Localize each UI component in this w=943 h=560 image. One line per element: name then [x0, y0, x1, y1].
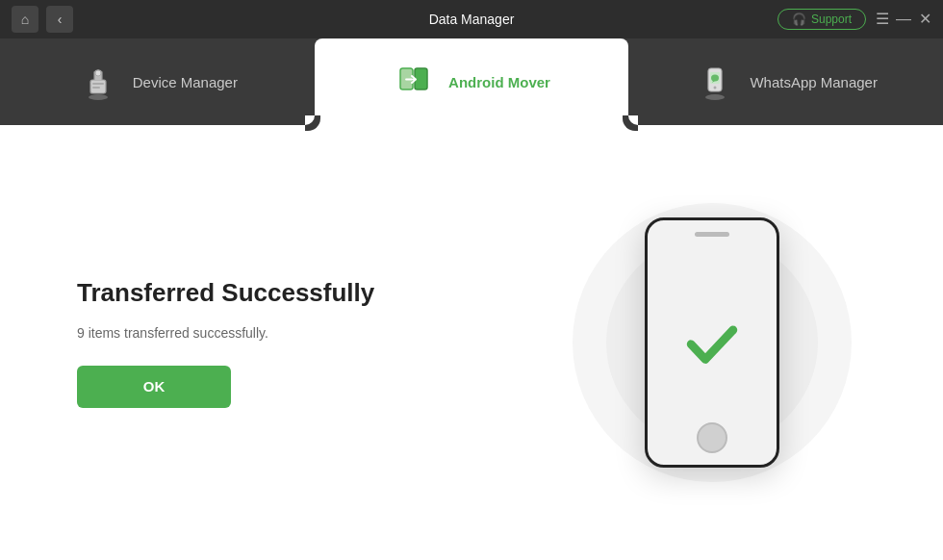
- tab-whatsapp-manager[interactable]: WhatsApp Manager: [628, 38, 943, 125]
- window-controls: ☰ — ✕: [876, 13, 931, 26]
- checkmark-icon: [678, 309, 746, 376]
- support-button[interactable]: 🎧 Support: [777, 9, 866, 30]
- svg-point-12: [711, 75, 719, 82]
- svg-point-0: [89, 94, 108, 100]
- whatsapp-manager-label: WhatsApp Manager: [750, 74, 878, 90]
- nav-bar: Device Manager Android Mover: [0, 38, 943, 125]
- device-manager-label: Device Manager: [133, 74, 238, 90]
- right-panel: [558, 169, 866, 516]
- back-icon: ‹: [58, 12, 63, 27]
- svg-point-4: [95, 70, 101, 76]
- left-panel: Transferred Successfully 9 items transfe…: [77, 278, 500, 408]
- success-subtitle: 9 items transferred successfully.: [77, 325, 500, 341]
- home-icon: ⌂: [21, 12, 29, 27]
- title-bar-left: ⌂ ‹: [12, 6, 73, 33]
- success-title: Transferred Successfully: [77, 278, 500, 308]
- svg-point-8: [705, 94, 725, 100]
- ok-button[interactable]: OK: [77, 366, 231, 408]
- phone-illustration: [645, 217, 779, 468]
- title-bar-right: 🎧 Support ☰ — ✕: [777, 9, 931, 30]
- app-title: Data Manager: [429, 12, 515, 27]
- minimize-button[interactable]: —: [897, 13, 910, 26]
- android-mover-icon: [393, 61, 435, 103]
- close-icon: ✕: [919, 12, 931, 27]
- menu-icon: ☰: [876, 12, 889, 27]
- menu-button[interactable]: ☰: [876, 13, 889, 26]
- headset-icon: 🎧: [792, 13, 806, 26]
- back-button[interactable]: ‹: [46, 6, 73, 33]
- device-manager-icon: [77, 61, 119, 103]
- tab-device-manager[interactable]: Device Manager: [0, 38, 315, 125]
- tab-android-mover[interactable]: Android Mover: [315, 38, 629, 125]
- main-content: Transferred Successfully 9 items transfe…: [0, 125, 943, 560]
- minimize-icon: —: [896, 12, 911, 27]
- whatsapp-manager-icon: [694, 61, 736, 103]
- close-button[interactable]: ✕: [918, 13, 931, 26]
- svg-rect-3: [92, 87, 100, 89]
- svg-point-11: [714, 87, 717, 89]
- support-label: Support: [811, 13, 852, 26]
- svg-rect-6: [415, 68, 427, 89]
- title-bar: ⌂ ‹ Data Manager 🎧 Support ☰ — ✕: [0, 0, 943, 38]
- home-button[interactable]: ⌂: [12, 6, 38, 33]
- svg-rect-2: [92, 83, 104, 85]
- android-mover-label: Android Mover: [448, 74, 550, 90]
